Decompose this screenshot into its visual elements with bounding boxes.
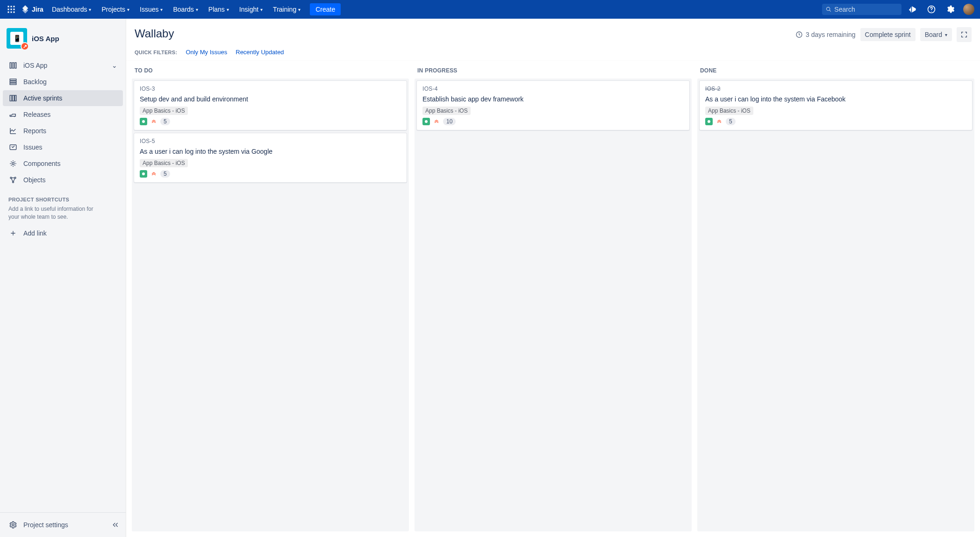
- project-avatar: 📱 ↗: [7, 28, 27, 49]
- sidebar-item-label: Reports: [23, 127, 46, 135]
- profile-avatar[interactable]: [961, 2, 976, 17]
- project-title: iOS App: [32, 35, 59, 43]
- column-header: TO DO: [132, 64, 409, 79]
- clock-icon: [795, 31, 803, 38]
- svg-rect-15: [10, 81, 16, 83]
- issue-card[interactable]: IOS-4Establish basic app dev frameworkAp…: [416, 80, 690, 130]
- column-cards[interactable]: IOS-2As a user i can log into the system…: [697, 79, 974, 531]
- epic-badge[interactable]: App Basics - iOS: [140, 159, 188, 167]
- sidebar-item-issues[interactable]: Issues: [3, 139, 123, 155]
- board-icon: [8, 61, 18, 70]
- estimate-badge: 5: [160, 170, 170, 178]
- sidebar-item-label: Active sprints: [23, 94, 62, 102]
- board-menu-button[interactable]: Board ▾: [920, 28, 952, 41]
- sidebar: 📱 ↗ iOS App iOS App ⌄ Backlog Active spr…: [0, 19, 126, 537]
- epic-badge[interactable]: App Basics - iOS: [422, 107, 471, 115]
- filter-only-my-issues[interactable]: Only My Issues: [186, 49, 227, 56]
- svg-rect-5: [14, 9, 15, 10]
- jira-logo[interactable]: Jira: [21, 5, 43, 14]
- sprint-remaining: 3 days remaining: [795, 31, 856, 38]
- sidebar-item-label: Issues: [23, 143, 42, 151]
- sidebar-item-label: Components: [23, 160, 60, 167]
- svg-rect-0: [8, 6, 9, 7]
- board-columns: TO DOIOS-3Setup dev and and build enviro…: [126, 61, 980, 537]
- svg-point-23: [14, 177, 16, 179]
- issue-summary: Setup dev and and build environment: [140, 95, 401, 104]
- sidebar-item-backlog[interactable]: Backlog: [3, 74, 123, 90]
- search-input[interactable]: [834, 6, 898, 13]
- issue-card[interactable]: IOS-3Setup dev and and build environment…: [134, 80, 407, 130]
- svg-rect-16: [10, 83, 16, 85]
- svg-point-22: [10, 177, 12, 179]
- nav-training[interactable]: Training▾: [268, 3, 305, 16]
- reports-icon: [8, 126, 18, 136]
- filter-recently-updated[interactable]: Recently Updated: [236, 49, 284, 56]
- sidebar-item-releases[interactable]: Releases: [3, 107, 123, 122]
- add-link-button[interactable]: Add link: [3, 225, 123, 241]
- board-header: Wallaby 3 days remaining Complete sprint…: [126, 19, 980, 42]
- svg-rect-6: [8, 12, 9, 13]
- svg-rect-17: [10, 95, 12, 101]
- issues-icon: [8, 143, 18, 152]
- sidebar-item-objects[interactable]: Objects: [3, 172, 123, 188]
- project-header: 📱 ↗ iOS App: [3, 28, 123, 57]
- product-name: Jira: [32, 6, 43, 13]
- sidebar-footer: Project settings: [0, 512, 126, 537]
- estimate-badge: 5: [726, 118, 736, 125]
- svg-rect-13: [15, 63, 16, 68]
- epic-badge[interactable]: App Basics - iOS: [140, 107, 188, 115]
- nav-dashboards[interactable]: Dashboards▾: [47, 3, 96, 16]
- settings-icon[interactable]: [943, 2, 958, 17]
- sidebar-item-reports[interactable]: Reports: [3, 123, 123, 139]
- chevron-double-left-icon: [112, 521, 119, 529]
- project-settings-button[interactable]: Project settings: [3, 517, 108, 533]
- priority-high-icon: [150, 118, 157, 125]
- help-icon[interactable]: [924, 2, 939, 17]
- search-box[interactable]: [822, 4, 901, 15]
- sidebar-item-label: Backlog: [23, 78, 47, 86]
- nav-issues[interactable]: Issues▾: [135, 3, 167, 16]
- issue-card[interactable]: IOS-5As a user i can log into the system…: [134, 133, 407, 183]
- issue-summary: As a user i can log into the system via …: [705, 95, 966, 104]
- collapse-sidebar-button[interactable]: [108, 517, 123, 532]
- fullscreen-button[interactable]: [957, 27, 972, 42]
- feedback-icon[interactable]: [905, 2, 920, 17]
- svg-rect-1: [11, 6, 12, 7]
- svg-point-24: [13, 181, 14, 183]
- quick-filters: QUICK FILTERS: Only My Issues Recently U…: [126, 42, 980, 61]
- search-icon: [826, 6, 831, 13]
- priority-high-icon: [150, 170, 157, 178]
- plus-icon: [8, 229, 18, 238]
- app-switcher-icon[interactable]: [4, 2, 19, 17]
- sprint-icon: [8, 93, 18, 103]
- svg-rect-7: [11, 12, 12, 13]
- sidebar-item-components[interactable]: Components: [3, 156, 123, 172]
- svg-rect-4: [11, 9, 12, 10]
- column-header: DONE: [697, 64, 974, 79]
- column-cards[interactable]: IOS-3Setup dev and and build environment…: [132, 79, 409, 531]
- priority-high-icon: [715, 118, 723, 125]
- sidebar-item-label: Releases: [23, 111, 50, 118]
- priority-high-icon: [433, 118, 440, 125]
- sidebar-item-active-sprints[interactable]: Active sprints: [3, 90, 123, 106]
- backlog-icon: [8, 77, 18, 86]
- nav-projects[interactable]: Projects▾: [97, 3, 134, 16]
- filters-label: QUICK FILTERS:: [135, 50, 177, 55]
- issue-key: IOS-4: [422, 86, 684, 92]
- nav-items: Dashboards▾ Projects▾ Issues▾ Boards▾ Pl…: [47, 3, 341, 16]
- complete-sprint-button[interactable]: Complete sprint: [860, 28, 916, 41]
- epic-badge[interactable]: App Basics - iOS: [705, 107, 753, 115]
- nav-plans[interactable]: Plans▾: [204, 3, 234, 16]
- svg-rect-2: [14, 6, 15, 7]
- svg-rect-18: [13, 95, 14, 101]
- nav-insight[interactable]: Insight▾: [235, 3, 267, 16]
- column-cards[interactable]: IOS-4Establish basic app dev frameworkAp…: [415, 79, 692, 531]
- objects-icon: [8, 175, 18, 185]
- issue-summary: As a user i can log into the system via …: [140, 147, 401, 156]
- sidebar-project-toggle[interactable]: iOS App ⌄: [3, 57, 123, 73]
- issue-card[interactable]: IOS-2As a user i can log into the system…: [699, 80, 973, 130]
- create-button[interactable]: Create: [310, 3, 341, 15]
- chevron-down-icon: ▾: [298, 7, 300, 12]
- story-type-icon: [140, 170, 147, 178]
- nav-boards[interactable]: Boards▾: [168, 3, 202, 16]
